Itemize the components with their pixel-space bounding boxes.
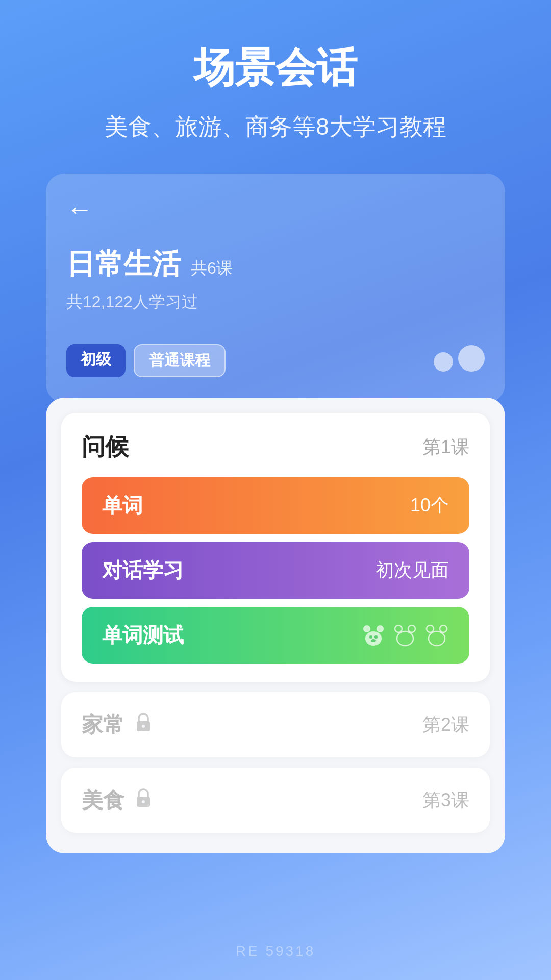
svg-point-0 — [363, 625, 370, 632]
bubble-small — [434, 352, 453, 372]
bear-icons — [361, 623, 449, 648]
activity-vocab[interactable]: 单词 10个 — [82, 477, 469, 534]
lesson-3-title: 美食 — [82, 786, 124, 815]
tag-primary[interactable]: 初级 — [66, 344, 126, 377]
watermark: RE 59318 — [0, 943, 551, 960]
mascot-decoration — [434, 345, 485, 372]
lock-icon-2 — [134, 712, 153, 738]
course-info-card: ← 日常生活 共6课 共12,122人学习过 初级 普通课程 — [46, 174, 505, 403]
course-title: 日常生活 — [66, 245, 181, 284]
svg-point-8 — [397, 631, 413, 646]
dialog-value: 初次见面 — [375, 558, 449, 583]
svg-point-9 — [427, 625, 434, 632]
lesson-1-title: 问候 — [82, 431, 129, 463]
page-subtitle: 美食、旅游、商务等8大学习教程 — [105, 111, 446, 143]
bear-icon-2 — [393, 623, 417, 648]
bubble-large — [458, 345, 485, 372]
lesson-card-3[interactable]: 美食 第3课 — [61, 768, 490, 833]
tag-secondary[interactable]: 普通课程 — [134, 344, 226, 377]
bear-icon-3 — [424, 623, 449, 648]
svg-point-10 — [440, 625, 447, 632]
test-label: 单词测试 — [102, 621, 184, 649]
svg-point-11 — [429, 631, 445, 646]
lesson-1-number: 第1课 — [422, 435, 469, 460]
lessons-container: 问候 第1课 单词 10个 对话学习 初次见面 单词测试 — [46, 398, 505, 853]
back-button[interactable]: ← — [66, 194, 93, 225]
page-title: 场景会话 — [194, 41, 357, 96]
tags-row: 初级 普通课程 — [66, 344, 226, 377]
lock-icon-3 — [134, 788, 153, 814]
course-count: 共6课 — [191, 257, 233, 280]
svg-point-3 — [369, 635, 372, 639]
svg-point-4 — [374, 635, 378, 639]
svg-point-15 — [142, 800, 145, 803]
dialog-label: 对话学习 — [102, 556, 184, 584]
svg-point-1 — [377, 625, 384, 632]
vocab-label: 单词 — [102, 492, 143, 520]
lesson-3-number: 第3课 — [422, 788, 469, 813]
svg-point-6 — [395, 625, 402, 632]
lesson-2-number: 第2课 — [422, 713, 469, 738]
course-learners: 共12,122人学习过 — [66, 291, 485, 313]
activity-test[interactable]: 单词测试 — [82, 607, 469, 664]
svg-point-2 — [365, 631, 382, 646]
lesson-2-title-row: 家常 — [82, 710, 153, 739]
svg-point-13 — [142, 725, 145, 728]
lesson-2-title: 家常 — [82, 710, 124, 739]
activity-dialog[interactable]: 对话学习 初次见面 — [82, 542, 469, 599]
lesson-1-header: 问候 第1课 — [82, 431, 469, 463]
card-inner: 日常生活 共6课 共12,122人学习过 初级 普通课程 — [66, 245, 485, 377]
svg-point-7 — [408, 625, 415, 632]
lesson-card-1: 问候 第1课 单词 10个 对话学习 初次见面 单词测试 — [61, 413, 490, 682]
page-wrapper: 场景会话 美食、旅游、商务等8大学习教程 ← 日常生活 共6课 共12,122人… — [0, 0, 551, 980]
vocab-value: 10个 — [410, 493, 449, 518]
lesson-3-title-row: 美食 — [82, 786, 153, 815]
svg-point-5 — [371, 639, 376, 642]
bear-icon-1 — [361, 623, 386, 648]
lesson-card-2[interactable]: 家常 第2课 — [61, 692, 490, 757]
